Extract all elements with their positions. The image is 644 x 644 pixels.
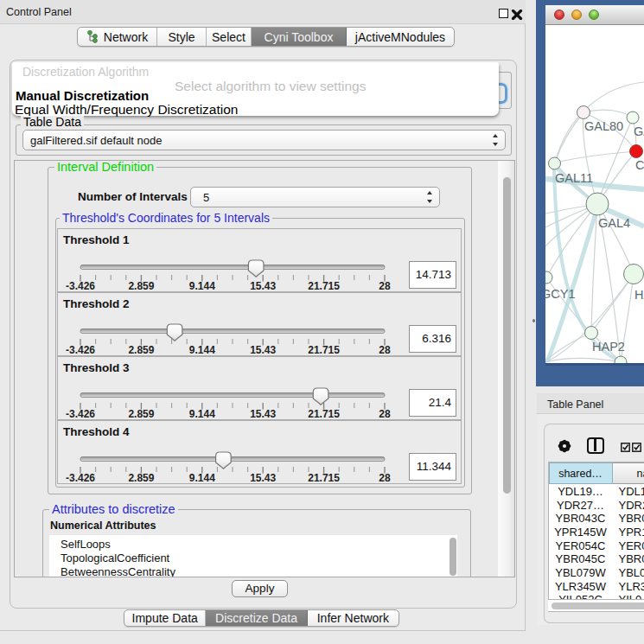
svg-text:21.715: 21.715 bbox=[308, 408, 340, 420]
svg-text:GCY1: GCY1 bbox=[545, 287, 576, 301]
svg-text:9.144: 9.144 bbox=[189, 408, 215, 420]
svg-text:9.144: 9.144 bbox=[189, 472, 215, 484]
svg-text:HAP2: HAP2 bbox=[592, 340, 625, 354]
svg-text:-3.426: -3.426 bbox=[66, 472, 95, 484]
svg-text:2.859: 2.859 bbox=[128, 280, 154, 292]
svg-text:15.43: 15.43 bbox=[250, 472, 276, 484]
svg-text:28: 28 bbox=[379, 408, 391, 420]
svg-text:28: 28 bbox=[379, 472, 391, 484]
svg-text:-3.426: -3.426 bbox=[66, 344, 95, 356]
svg-text:GAL4: GAL4 bbox=[598, 216, 630, 230]
svg-text:GAL11: GAL11 bbox=[555, 171, 593, 185]
svg-text:C: C bbox=[635, 158, 644, 172]
svg-text:9.144: 9.144 bbox=[189, 280, 215, 292]
svg-text:15.43: 15.43 bbox=[250, 280, 276, 292]
svg-text:21.715: 21.715 bbox=[308, 472, 340, 484]
svg-text:28: 28 bbox=[379, 344, 391, 356]
svg-text:15.43: 15.43 bbox=[250, 408, 276, 420]
svg-text:28: 28 bbox=[379, 280, 391, 292]
svg-text:2.859: 2.859 bbox=[128, 408, 154, 420]
svg-text:21.715: 21.715 bbox=[308, 280, 340, 292]
svg-text:2.859: 2.859 bbox=[128, 344, 154, 356]
svg-text:2.859: 2.859 bbox=[128, 472, 154, 484]
svg-text:GAL80: GAL80 bbox=[584, 119, 623, 133]
svg-text:-3.426: -3.426 bbox=[66, 408, 95, 420]
svg-text:21.715: 21.715 bbox=[308, 344, 340, 356]
svg-text:9.144: 9.144 bbox=[189, 344, 215, 356]
svg-text:-3.426: -3.426 bbox=[66, 280, 95, 292]
svg-text:GA: GA bbox=[634, 124, 644, 138]
svg-text:HA: HA bbox=[634, 288, 644, 302]
svg-text:15.43: 15.43 bbox=[250, 344, 276, 356]
